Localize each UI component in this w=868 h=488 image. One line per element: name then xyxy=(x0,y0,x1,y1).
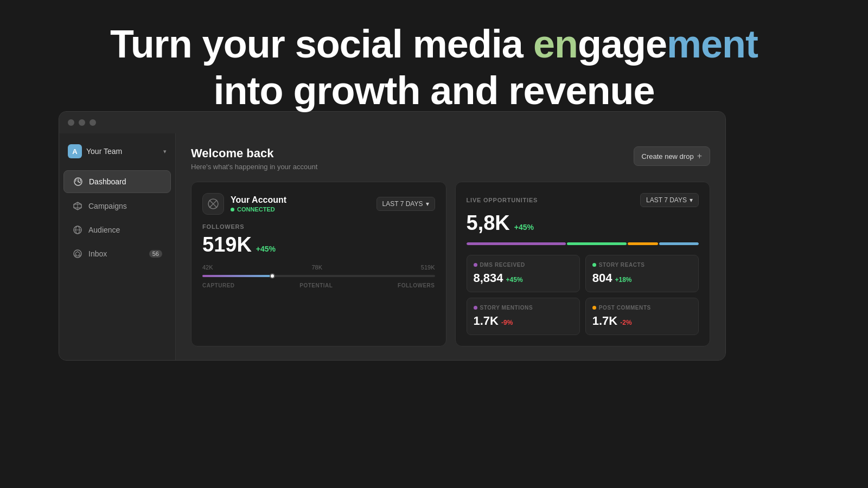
progress-label-519k: 519K xyxy=(421,264,435,271)
progress-section: 42K 78K 519K CAPTURED POTENTIAL FOLLOWER… xyxy=(202,264,435,288)
audience-icon xyxy=(72,224,83,235)
opps-header: LIVE OPPORTUNITIES LAST 7 DAYS ▾ xyxy=(467,193,699,207)
chevron-icon: ▾ xyxy=(426,200,429,208)
hero-en: en xyxy=(533,22,578,66)
account-icon xyxy=(202,193,224,215)
metric-reacts-dot xyxy=(592,263,596,267)
opps-value: 5,8K xyxy=(467,211,510,235)
opps-chevron-icon: ▾ xyxy=(690,196,693,204)
metric-reacts-number: 804 xyxy=(592,271,612,285)
account-card: Your Account CONNECTED LAST 7 DAYS ▾ xyxy=(191,182,446,346)
svg-point-6 xyxy=(74,250,81,258)
sidebar-item-dashboard[interactable]: Dashboard xyxy=(63,170,171,193)
opps-bar xyxy=(467,242,699,245)
window-dot-2 xyxy=(79,119,85,126)
metric-mentions-dot xyxy=(474,306,477,310)
opps-label: LIVE OPPORTUNITIES xyxy=(467,197,538,203)
sidebar-item-campaigns-label: Campaigns xyxy=(88,202,127,210)
svg-line-2 xyxy=(80,179,81,182)
metric-dms-label: DMS RECEIVED xyxy=(474,262,573,268)
sidebar-item-audience-label: Audience xyxy=(88,226,120,234)
hero-line2: into growth and revenue xyxy=(213,69,654,112)
hero-section: Turn your social media engagement into g… xyxy=(0,0,868,114)
metric-comments-value: 1.7K -2% xyxy=(592,314,692,328)
account-card-header: Your Account CONNECTED LAST 7 DAYS ▾ xyxy=(202,193,435,215)
connected-label: CONNECTED xyxy=(237,206,275,213)
opps-bar-seg-orange xyxy=(628,242,658,245)
metric-dms-text: DMS RECEIVED xyxy=(480,262,525,268)
followers-count: 519K +45% xyxy=(202,233,435,256)
metric-comments-text: POST COMMENTS xyxy=(599,305,651,311)
sidebar-item-campaigns[interactable]: Campaigns xyxy=(63,195,171,217)
app-window: A Your Team ▾ Dashboard xyxy=(59,111,726,361)
sidebar-item-inbox[interactable]: Inbox 56 xyxy=(63,243,171,265)
welcome-subtitle: Here's what's happening in your account xyxy=(191,163,317,171)
metric-story-mentions: STORY MENTIONS 1.7K -9% xyxy=(467,298,580,335)
sidebar-item-dashboard-label: Dashboard xyxy=(89,177,126,186)
account-period-btn[interactable]: LAST 7 DAYS ▾ xyxy=(376,197,435,211)
opps-count: 5,8K +45% xyxy=(467,211,699,235)
opps-bar-seg-blue xyxy=(659,242,699,245)
window-dot-1 xyxy=(68,119,74,126)
metric-comments-change: -2% xyxy=(620,319,631,326)
metric-dms-change: +45% xyxy=(506,276,523,284)
sidebar: A Your Team ▾ Dashboard xyxy=(59,133,176,360)
metric-mentions-text: STORY MENTIONS xyxy=(480,305,533,311)
progress-label-78k: 78K xyxy=(311,264,322,271)
welcome-block: Welcome back Here's what's happening in … xyxy=(191,146,317,171)
sidebar-item-audience[interactable]: Audience xyxy=(63,219,171,241)
metric-dms-number: 8,834 xyxy=(474,271,503,285)
window-dot-3 xyxy=(90,119,96,126)
metric-dms-dot xyxy=(474,263,477,267)
progress-labels: 42K 78K 519K xyxy=(202,264,435,271)
account-name: Your Account xyxy=(231,195,286,205)
hero-headline: Turn your social media engagement into g… xyxy=(0,21,868,114)
campaigns-icon xyxy=(72,201,83,211)
metric-mentions-number: 1.7K xyxy=(474,314,499,328)
progress-fill xyxy=(202,275,272,277)
progress-label-42k: 42K xyxy=(202,264,213,271)
progress-followers: FOLLOWERS xyxy=(398,282,435,288)
metric-reacts-label: STORY REACTS xyxy=(592,262,692,268)
metrics-grid: DMS RECEIVED 8,834 +45% STORY REACTS xyxy=(467,255,699,335)
main-header: Welcome back Here's what's happening in … xyxy=(191,146,710,171)
account-period-label: LAST 7 DAYS xyxy=(382,200,423,208)
sidebar-item-inbox-label: Inbox xyxy=(88,249,107,258)
inbox-badge: 56 xyxy=(149,250,162,258)
metric-reacts-change: +18% xyxy=(615,276,631,284)
main-content: Welcome back Here's what's happening in … xyxy=(176,133,725,360)
account-info: Your Account CONNECTED xyxy=(202,193,286,215)
followers-label: FOLLOWERS xyxy=(202,223,435,230)
dashboard-icon xyxy=(73,176,84,187)
create-drop-button[interactable]: Create new drop + xyxy=(634,146,710,166)
progress-dot xyxy=(270,273,275,279)
opps-period-btn[interactable]: LAST 7 DAYS ▾ xyxy=(640,193,699,207)
connected-dot xyxy=(231,208,234,211)
metric-dms-received: DMS RECEIVED 8,834 +45% xyxy=(467,255,580,292)
svg-line-1 xyxy=(75,179,76,182)
inbox-icon xyxy=(72,248,83,259)
progress-sublabels: CAPTURED POTENTIAL FOLLOWERS xyxy=(202,282,435,288)
metric-story-reacts: STORY REACTS 804 +18% xyxy=(585,255,699,292)
progress-potential: POTENTIAL xyxy=(299,282,333,288)
hero-gage: gage xyxy=(578,22,667,66)
team-name: Your Team xyxy=(86,147,163,156)
team-avatar: A xyxy=(68,144,82,158)
window-chrome xyxy=(59,112,725,133)
opps-period-label: LAST 7 DAYS xyxy=(646,196,687,204)
followers-value: 519K xyxy=(202,233,252,256)
app-body: A Your Team ▾ Dashboard xyxy=(59,133,725,360)
opps-bar-seg-green xyxy=(567,242,627,245)
metric-comments-number: 1.7K xyxy=(592,314,617,328)
chevron-down-icon: ▾ xyxy=(163,148,167,155)
metric-comments-dot xyxy=(592,306,596,310)
metric-reacts-text: STORY REACTS xyxy=(599,262,645,268)
connected-badge: CONNECTED xyxy=(231,206,286,213)
metric-reacts-value: 804 +18% xyxy=(592,271,692,285)
team-selector[interactable]: A Your Team ▾ xyxy=(59,140,175,163)
opps-change: +45% xyxy=(514,223,534,232)
followers-change: +45% xyxy=(256,245,276,253)
progress-track xyxy=(202,275,435,277)
progress-captured: CAPTURED xyxy=(202,282,235,288)
hero-ment: ment xyxy=(667,22,758,66)
